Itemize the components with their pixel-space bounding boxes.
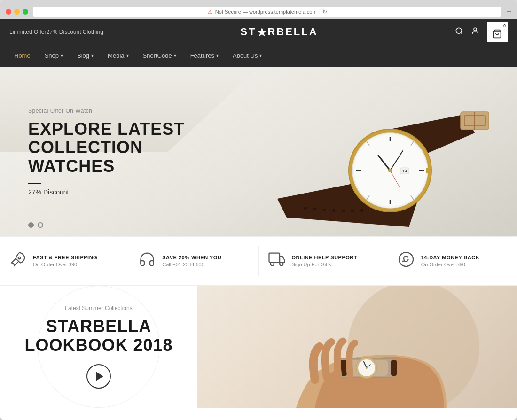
svg-point-33 xyxy=(270,262,274,266)
svg-point-1 xyxy=(474,28,477,31)
feature-shipping: FAST & FREE SHIPPING On Order Over $90 xyxy=(0,246,129,276)
new-tab-button[interactable]: + xyxy=(506,8,511,16)
reload-button[interactable]: ↻ xyxy=(322,8,327,15)
hero-content: Special Offer On Watch EXPLORE LATEST CO… xyxy=(0,89,226,215)
svg-point-27 xyxy=(388,169,392,172)
nav-label-about: About Us xyxy=(233,52,258,59)
nav-item-media[interactable]: Media ▾ xyxy=(108,45,128,68)
hero-section: Special Offer On Watch EXPLORE LATEST CO… xyxy=(0,67,517,236)
hero-title: EXPLORE LATEST COLLECTION WATCHES xyxy=(28,120,197,176)
slide-dots xyxy=(28,222,43,228)
lookbook-title-line2: LOOKBOOK 2018 xyxy=(24,335,172,355)
hero-discount: 27% Discount xyxy=(28,188,197,196)
feature-moneyback-text: 14-DAY MONEY BACK On Order Over $90 xyxy=(421,255,479,267)
nav-item-features[interactable]: Features ▾ xyxy=(190,45,219,68)
slide-dot-2[interactable] xyxy=(38,222,43,228)
search-icon[interactable] xyxy=(455,27,463,37)
address-bar[interactable]: ⚠ Not Secure — wordpress.templatemela.co… xyxy=(33,7,501,17)
nav-item-about[interactable]: About Us ▾ xyxy=(233,45,262,68)
svg-point-41 xyxy=(366,367,368,369)
feature-save-text: SAVE 20% WHEN YOU Call +01 2334 600 xyxy=(162,255,221,267)
dot-green[interactable] xyxy=(23,9,28,15)
feature-support: ONLINE HELP SUPPORT Sign Up For Gifts xyxy=(259,246,388,276)
dot-yellow[interactable] xyxy=(14,9,20,15)
feature-save-subtitle: Call +01 2334 600 xyxy=(162,262,221,267)
browser-chrome: ⚠ Not Secure — wordpress.templatemela.co… xyxy=(0,0,517,19)
cart-button[interactable]: 0 xyxy=(487,22,508,42)
lookbook-hand-image xyxy=(258,286,456,408)
hero-title-line2: COLLECTION WATCHES xyxy=(28,138,143,176)
feature-shipping-text: FAST & FREE SHIPPING On Order Over $90 xyxy=(33,255,97,267)
nav-item-shortcode[interactable]: ShortCode ▾ xyxy=(143,45,176,68)
chevron-down-icon: ▾ xyxy=(259,53,262,58)
svg-rect-30 xyxy=(426,168,430,173)
feature-support-subtitle: Sign Up For Gifts xyxy=(292,262,357,267)
lookbook-subtitle: Latest Summer Collections xyxy=(65,305,132,311)
logo-star xyxy=(257,27,267,38)
svg-rect-32 xyxy=(269,253,280,263)
feature-save: SAVE 20% WHEN YOU Call +01 2334 600 xyxy=(129,246,258,276)
nav-bar: Home Shop ▾ Blog ▾ Media ▾ ShortCode ▾ F… xyxy=(0,45,517,67)
logo-text-1: ST xyxy=(240,26,256,38)
lookbook-title-line1: STARBELLA xyxy=(46,317,151,336)
chevron-down-icon: ▾ xyxy=(61,53,63,58)
lookbook-right xyxy=(197,286,517,408)
truck-icon xyxy=(268,251,285,271)
play-icon xyxy=(96,372,103,381)
chevron-down-icon: ▾ xyxy=(91,53,94,58)
feature-moneyback-title: 14-DAY MONEY BACK xyxy=(421,255,479,260)
chevron-down-icon: ▾ xyxy=(216,53,219,58)
hero-subtitle: Special Offer On Watch xyxy=(28,108,197,114)
nav-item-home[interactable]: Home xyxy=(14,45,31,68)
nav-label-shop: Shop xyxy=(45,52,59,59)
svg-point-9 xyxy=(360,209,363,212)
hero-divider xyxy=(28,183,41,184)
feature-moneyback-subtitle: On Order Over $90 xyxy=(421,262,479,267)
chevron-down-icon: ▾ xyxy=(126,53,129,58)
nav-item-blog[interactable]: Blog ▾ xyxy=(77,45,94,68)
lookbook-title: STARBELLA LOOKBOOK 2018 xyxy=(24,317,172,354)
feature-support-title: ONLINE HELP SUPPORT xyxy=(292,255,357,260)
user-icon[interactable] xyxy=(471,27,479,37)
features-bar: FAST & FREE SHIPPING On Order Over $90 S… xyxy=(0,236,517,286)
svg-point-31 xyxy=(18,257,21,259)
feature-save-title: SAVE 20% WHEN YOU xyxy=(162,255,221,260)
browser-window: ⚠ Not Secure — wordpress.templatemela.co… xyxy=(0,0,517,420)
browser-dots xyxy=(6,9,28,15)
hero-watch-image: 14 xyxy=(235,81,517,236)
svg-rect-43 xyxy=(391,360,397,376)
nav-item-shop[interactable]: Shop ▾ xyxy=(45,45,63,68)
top-bar-actions: 0 xyxy=(455,22,508,42)
feature-shipping-title: FAST & FREE SHIPPING xyxy=(33,255,97,260)
feature-shipping-subtitle: On Order Over $90 xyxy=(33,262,97,267)
feature-moneyback: 14-DAY MONEY BACK On Order Over $90 xyxy=(388,246,517,276)
lookbook-section: Latest Summer Collections STARBELLA LOOK… xyxy=(0,286,517,408)
nav-label-shortcode: ShortCode xyxy=(143,52,172,59)
feature-support-text: ONLINE HELP SUPPORT Sign Up For Gifts xyxy=(292,255,357,267)
play-button[interactable] xyxy=(86,364,111,389)
logo-text-2: RBELLA xyxy=(267,26,318,38)
dot-red[interactable] xyxy=(6,9,11,15)
site-logo[interactable]: STRBELLA xyxy=(240,26,318,38)
nav-label-features: Features xyxy=(190,52,214,59)
svg-point-4 xyxy=(313,208,316,210)
svg-point-5 xyxy=(323,209,326,211)
money-back-icon xyxy=(398,251,415,271)
chevron-down-icon: ▾ xyxy=(174,53,176,58)
svg-point-8 xyxy=(351,210,354,212)
top-bar: Limmited Offer27% Discount Clothing STRB… xyxy=(0,19,517,45)
not-secure-icon: ⚠ xyxy=(208,9,212,15)
url-text: Not Secure — wordpress.templatemela.com xyxy=(215,9,317,15)
nav-label-home: Home xyxy=(14,52,31,59)
slide-dot-1[interactable] xyxy=(28,222,34,228)
nav-label-media: Media xyxy=(108,52,124,59)
svg-point-6 xyxy=(332,209,335,212)
nav-label-blog: Blog xyxy=(77,52,89,59)
cart-count: 0 xyxy=(503,23,506,28)
svg-point-0 xyxy=(456,28,462,33)
svg-point-3 xyxy=(304,207,307,210)
svg-text:14: 14 xyxy=(402,169,407,173)
headset-icon xyxy=(139,251,156,271)
promo-text: Limmited Offer27% Discount Clothing xyxy=(9,29,103,35)
svg-point-7 xyxy=(342,210,345,212)
